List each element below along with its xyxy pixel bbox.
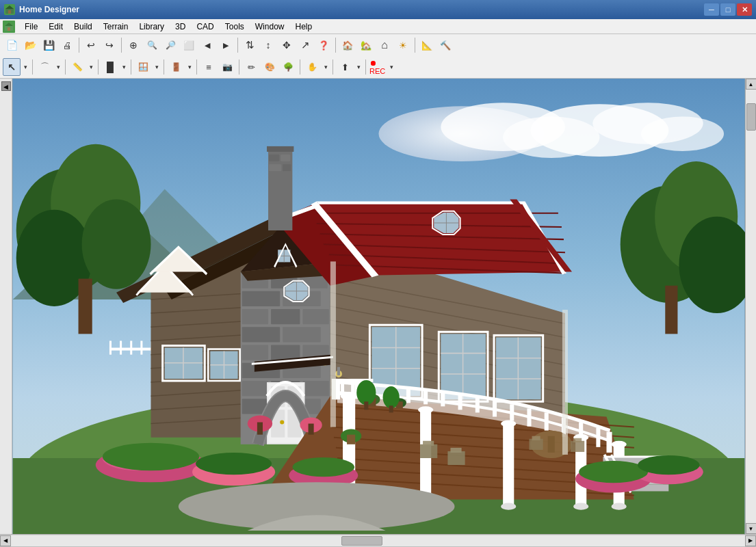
paint-button[interactable]: 🎨 <box>261 58 278 76</box>
right-scrollbar[interactable]: ▲ ▼ <box>745 79 756 534</box>
separator-t2 <box>98 59 99 75</box>
scroll-left-arrow[interactable]: ◀ <box>0 535 11 546</box>
zoom-in-button[interactable] <box>143 36 161 54</box>
forward-view-button[interactable] <box>217 36 235 54</box>
menu-build[interactable]: Build <box>68 21 98 33</box>
wall-button[interactable]: █ <box>101 58 119 76</box>
scroll-right-arrow[interactable]: ▶ <box>745 535 756 546</box>
svg-point-189 <box>573 503 588 510</box>
save-button[interactable] <box>40 36 57 54</box>
svg-rect-209 <box>447 451 465 465</box>
arrow-button[interactable]: ↗ <box>296 36 314 54</box>
extra-btn-2[interactable]: 🔨 <box>436 36 454 54</box>
svg-point-226 <box>579 461 648 483</box>
landscape-button[interactable]: 🌳 <box>279 58 297 76</box>
camera-button[interactable]: 📷 <box>218 58 236 76</box>
stairs-button[interactable]: ≡ <box>200 58 218 76</box>
scroll-up-arrow[interactable]: ▲ <box>746 79 757 90</box>
scroll-track-horizontal[interactable] <box>11 535 745 546</box>
up-arrow-button[interactable]: ⬆ <box>336 58 354 76</box>
back-view-button[interactable] <box>198 36 216 54</box>
wall-dropdown-button[interactable]: ▾ <box>120 58 128 76</box>
sync-views-button[interactable]: ⇅ <box>241 36 259 54</box>
select-dropdown-button[interactable]: ▾ <box>21 58 29 76</box>
menu-window[interactable]: Window <box>250 21 290 33</box>
svg-rect-205 <box>571 441 584 452</box>
svg-rect-236 <box>309 424 314 435</box>
scroll-thumb-horizontal[interactable] <box>341 536 382 546</box>
redo-button[interactable] <box>101 36 118 54</box>
separator-t5a <box>333 59 333 75</box>
menu-edit[interactable]: Edit <box>43 21 68 33</box>
arc-button[interactable]: ⌒ <box>36 58 53 76</box>
select-tool-button[interactable] <box>3 58 21 76</box>
door-dropdown-button[interactable]: ▾ <box>185 58 194 76</box>
scroll-track-vertical[interactable] <box>746 90 757 523</box>
toolbar-zoom-group <box>125 36 235 54</box>
zoom-out-button[interactable] <box>161 36 179 54</box>
roof-button[interactable]: ⌂ <box>376 36 393 54</box>
toolbar-walls-group: █ ▾ <box>101 58 128 76</box>
svg-rect-176 <box>351 381 354 394</box>
separator-t1 <box>32 59 33 75</box>
menu-3d[interactable]: 3D <box>170 21 191 33</box>
svg-rect-234 <box>257 423 263 435</box>
print-button[interactable] <box>58 36 76 54</box>
toolbar-edit-group <box>82 36 118 54</box>
arc-dropdown-button[interactable]: ▾ <box>54 58 62 76</box>
toolbar-hand-group: ✋ ▾ ⬆ ▾ <box>303 58 363 76</box>
svg-rect-21 <box>79 279 92 334</box>
scroll-thumb-vertical[interactable] <box>746 103 756 131</box>
canvas-area[interactable] <box>12 79 745 534</box>
zoom-fit-button[interactable] <box>125 36 142 54</box>
maximize-button[interactable]: □ <box>720 3 735 16</box>
draw-button[interactable]: ✏ <box>242 58 260 76</box>
svg-point-237 <box>356 380 376 405</box>
3d-view-button[interactable]: 🏠 <box>339 36 356 54</box>
extra-btn-1[interactable]: 📐 <box>418 36 436 54</box>
left-panel-toggle[interactable]: ◀ <box>1 81 11 91</box>
svg-rect-99 <box>269 155 279 161</box>
toolbar-tools-group: ▾ <box>3 58 29 76</box>
hand-dropdown-button[interactable]: ▾ <box>322 58 330 76</box>
open-button[interactable] <box>21 36 39 54</box>
scroll-down-arrow[interactable]: ▼ <box>746 523 757 534</box>
up-dropdown-button[interactable]: ▾ <box>354 58 363 76</box>
window-button[interactable]: 🪟 <box>134 58 152 76</box>
menu-library[interactable]: Library <box>133 21 170 33</box>
hand-tool-button[interactable]: ✋ <box>303 58 321 76</box>
measure-dropdown-button[interactable]: ▾ <box>87 58 95 76</box>
rotate-button[interactable]: ↕ <box>259 36 277 54</box>
house-button[interactable]: 🏡 <box>357 36 375 54</box>
record-dropdown-button[interactable]: ▾ <box>387 58 395 76</box>
toolbar-objects-group: 🪟 ▾ 🚪 ▾ <box>134 58 194 76</box>
undo-button[interactable] <box>82 36 100 54</box>
svg-rect-202 <box>548 436 555 453</box>
help-button[interactable] <box>315 36 333 54</box>
bottom-scrollbar[interactable]: ◀ ▶ <box>0 534 756 546</box>
door-button[interactable]: 🚪 <box>167 58 185 76</box>
move-button[interactable] <box>278 36 296 54</box>
separator-1 <box>79 38 79 53</box>
measure-button[interactable]: 📏 <box>68 58 86 76</box>
svg-rect-2 <box>8 10 11 14</box>
separator-t3a <box>164 59 164 75</box>
menu-terrain[interactable]: Terrain <box>98 21 134 33</box>
window-dropdown-button[interactable]: ▾ <box>153 58 161 76</box>
minimize-button[interactable]: ─ <box>704 3 719 16</box>
new-button[interactable] <box>3 36 21 54</box>
fill-window-button[interactable] <box>180 36 198 54</box>
sun-button[interactable]: ☀ <box>394 36 412 54</box>
separator-t3 <box>131 59 131 75</box>
svg-rect-248 <box>562 310 568 455</box>
left-panel: ◀ <box>0 79 12 534</box>
menu-file[interactable]: File <box>19 21 43 33</box>
menu-tools[interactable]: Tools <box>220 21 250 33</box>
menu-help[interactable]: Help <box>289 21 317 33</box>
toolbar-record-group: ⏺ REC ▾ <box>369 58 395 76</box>
svg-rect-247 <box>330 261 336 427</box>
menu-cad[interactable]: CAD <box>191 21 219 33</box>
record-button[interactable]: ⏺ REC <box>369 58 387 76</box>
close-button[interactable]: ✕ <box>737 3 752 16</box>
title-bar: Home Designer ─ □ ✕ <box>0 0 756 19</box>
